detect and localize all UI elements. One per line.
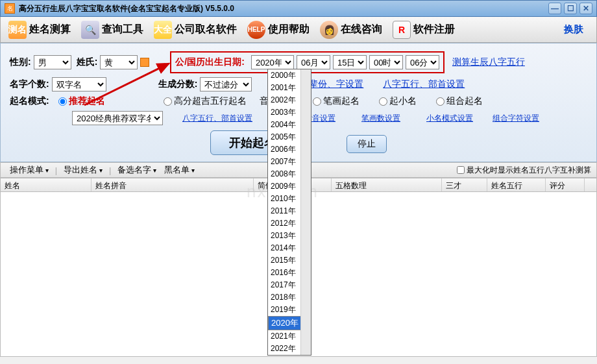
sub-combo-link[interactable]: 组合字符设置 bbox=[493, 113, 539, 124]
mode-recommend-label: 推荐起名 bbox=[69, 95, 105, 107]
maximize-checkbox[interactable] bbox=[457, 166, 465, 174]
mode-highscore-radio[interactable] bbox=[164, 97, 172, 106]
tool-name-calc[interactable]: 测名姓名测算 bbox=[3, 19, 76, 40]
menu-blacklist[interactable]: 黑名单 bbox=[160, 164, 199, 176]
calc-bazi-link[interactable]: 测算生辰八字五行 bbox=[452, 56, 525, 68]
mode-combo-label: 组合起名 bbox=[446, 95, 483, 107]
menu-candidates[interactable]: 备选名字 bbox=[114, 164, 160, 176]
sub-nick-link[interactable]: 小名模式设置 bbox=[426, 113, 473, 124]
count-label: 名字个数: bbox=[10, 79, 49, 90]
mode-label: 起名模式: bbox=[10, 95, 49, 107]
col-name[interactable]: 姓名 bbox=[1, 178, 91, 191]
surname-select[interactable]: 黄 bbox=[100, 55, 138, 69]
mode-stroke-radio[interactable] bbox=[313, 97, 321, 106]
tool-register[interactable]: R软件注册 bbox=[387, 19, 460, 40]
surname-picker-icon[interactable] bbox=[140, 58, 149, 67]
sub-stroke-link[interactable]: 笔画数设置 bbox=[361, 113, 400, 124]
mode-highscore-label: 高分超吉五行起名 bbox=[174, 95, 247, 107]
title-bar: 名 高分五行生辰八字宝宝取名软件(金名宝宝起名专业版) V5.5.0.0 — ☐… bbox=[0, 0, 597, 17]
gender-label: 性别: bbox=[10, 56, 31, 68]
col-score[interactable]: 评分 bbox=[546, 178, 585, 191]
window-title: 高分五行生辰八字宝宝取名软件(金名宝宝起名专业版) V5.5.0.0 bbox=[19, 3, 548, 14]
maximize-button[interactable]: ☐ bbox=[564, 3, 577, 14]
month-select[interactable]: 06月 bbox=[297, 55, 330, 69]
close-button[interactable]: ✕ bbox=[579, 3, 592, 14]
mode-nickname-radio[interactable] bbox=[379, 97, 387, 106]
year-dropdown-list[interactable]: 2000年2001年2002年2003年2004年2005年2006年2007年… bbox=[267, 69, 311, 356]
hour-select[interactable]: 00时 bbox=[369, 55, 403, 69]
app-icon: 名 bbox=[5, 3, 15, 14]
tool-company[interactable]: 大全公司取名软件 bbox=[149, 19, 242, 40]
tool-consult[interactable]: 👩在线咨询 bbox=[315, 19, 387, 40]
preset-select[interactable]: 2020经典推荐双字名 bbox=[72, 111, 163, 125]
consult-icon: 👩 bbox=[320, 21, 338, 39]
minute-select[interactable]: 06分 bbox=[406, 55, 439, 69]
menu-ops[interactable]: 操作菜单 bbox=[6, 164, 53, 176]
col-wuxing[interactable]: 姓名五行 bbox=[487, 178, 546, 191]
col-sancai[interactable]: 三才 bbox=[442, 178, 487, 191]
col-wuge[interactable]: 五格数理 bbox=[332, 178, 442, 191]
minimize-button[interactable]: — bbox=[548, 3, 561, 14]
score-label: 生成分数: bbox=[158, 79, 198, 90]
year-option[interactable]: 2023年 bbox=[268, 355, 311, 356]
stop-button[interactable]: 停止 bbox=[347, 135, 387, 153]
count-select[interactable]: 双字名 bbox=[52, 77, 106, 91]
dropdown-scrollbar[interactable] bbox=[300, 69, 311, 355]
gender-select[interactable]: 男 bbox=[34, 55, 71, 69]
skin-link[interactable]: 换肤 bbox=[564, 23, 594, 36]
mode-stroke-label: 笔画起名 bbox=[323, 95, 359, 107]
surname-label: 姓氏: bbox=[77, 56, 98, 68]
calc-icon: 测名 bbox=[8, 21, 27, 39]
year-select[interactable]: 2020年 bbox=[251, 55, 294, 69]
search-icon: 🔍 bbox=[81, 21, 99, 39]
tool-help[interactable]: HELP使用帮助 bbox=[242, 19, 315, 40]
mode-nickname-label: 起小名 bbox=[389, 95, 417, 107]
mode-recommend-radio[interactable] bbox=[58, 97, 67, 106]
score-select[interactable]: 不过滤分 bbox=[200, 77, 252, 91]
bushou-link[interactable]: 八字五行、部首设置 bbox=[383, 79, 465, 90]
tool-query[interactable]: 🔍查询工具 bbox=[76, 19, 149, 40]
help-icon: HELP bbox=[247, 21, 265, 39]
main-toolbar: 测名姓名测算 🔍查询工具 大全公司取名软件 HELP使用帮助 👩在线咨询 R软件… bbox=[0, 17, 597, 43]
sub-bazi-link[interactable]: 八字五行、部首设置 bbox=[182, 113, 252, 124]
company-icon: 大全 bbox=[154, 21, 172, 39]
dob-label: 公/国历出生日期: bbox=[175, 56, 245, 68]
mode-combo-radio[interactable] bbox=[436, 97, 445, 106]
day-select[interactable]: 15日 bbox=[333, 55, 367, 69]
col-pinyin[interactable]: 姓名拼音 bbox=[91, 178, 254, 191]
maximize-label: 最大化时显示姓名五行八字互补测算 bbox=[467, 165, 591, 176]
menu-export[interactable]: 导出姓名 bbox=[60, 164, 106, 176]
register-icon: R bbox=[393, 21, 411, 39]
